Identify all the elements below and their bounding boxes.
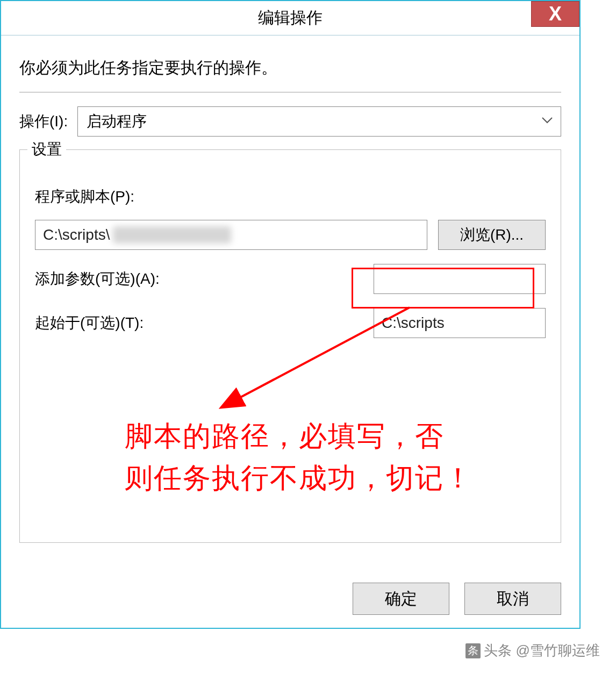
watermark-text: 头条 @雪竹聊运维: [484, 641, 600, 660]
dialog-window: 编辑操作 X 你必须为此任务指定要执行的操作。 操作(I): 启动程序 设置 程…: [0, 0, 581, 629]
ok-button[interactable]: 确定: [353, 583, 449, 615]
cancel-label: 取消: [497, 588, 529, 610]
watermark-icon: 条: [465, 643, 481, 658]
startin-label: 起始于(可选)(T):: [35, 313, 144, 333]
divider: [19, 92, 561, 92]
program-label-row: 程序或脚本(P):: [35, 187, 546, 207]
action-row: 操作(I): 启动程序: [19, 106, 561, 137]
program-row: C:\scripts\ 浏览(R)...: [35, 220, 546, 250]
args-row: 添加参数(可选)(A):: [35, 264, 546, 294]
browse-label: 浏览(R)...: [460, 225, 524, 245]
startin-value: C:\scripts: [382, 314, 445, 332]
browse-button[interactable]: 浏览(R)...: [438, 220, 546, 250]
ok-label: 确定: [385, 588, 417, 610]
action-select[interactable]: 启动程序: [77, 106, 561, 137]
title-bar: 编辑操作 X: [1, 1, 579, 35]
program-label: 程序或脚本(P):: [35, 188, 134, 205]
args-input[interactable]: [374, 264, 546, 294]
content-area: 你必须为此任务指定要执行的操作。 操作(I): 启动程序 设置 程序或脚本(P)…: [1, 35, 579, 543]
settings-legend: 设置: [27, 139, 66, 160]
footer-buttons: 确定 取消: [353, 583, 561, 615]
args-label: 添加参数(可选)(A):: [35, 269, 160, 289]
window-title: 编辑操作: [258, 7, 323, 29]
settings-fieldset: 设置 程序或脚本(P): C:\scripts\ 浏览(R)... 添加参数(可…: [19, 149, 561, 543]
close-icon: X: [549, 3, 562, 25]
close-button[interactable]: X: [531, 1, 579, 27]
watermark: 条 头条 @雪竹聊运维: [465, 641, 600, 660]
cancel-button[interactable]: 取消: [464, 583, 561, 615]
program-value: C:\scripts\: [43, 226, 110, 243]
action-label: 操作(I):: [19, 111, 68, 132]
chevron-down-icon: [541, 117, 553, 126]
blurred-text: [113, 226, 231, 243]
action-select-value: 启动程序: [87, 111, 147, 132]
program-input[interactable]: C:\scripts\: [35, 220, 427, 250]
startin-row: 起始于(可选)(T): C:\scripts: [35, 308, 546, 338]
startin-input[interactable]: C:\scripts: [374, 308, 546, 338]
instruction-text: 你必须为此任务指定要执行的操作。: [19, 51, 561, 92]
